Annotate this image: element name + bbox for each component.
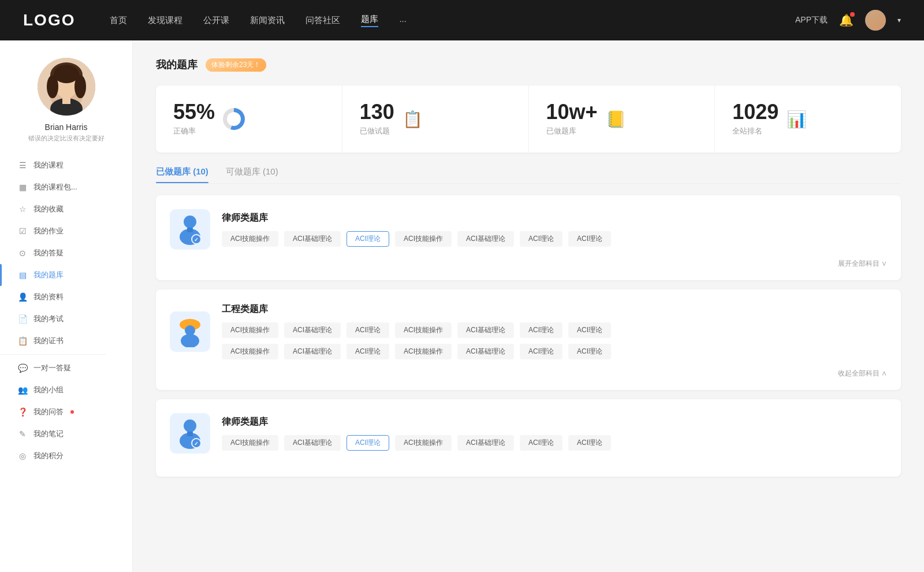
bank-title-lawyer1: 律师类题库 <box>222 212 887 224</box>
sidebar-item-group[interactable]: 👥 我的小组 <box>0 379 132 401</box>
trial-badge: 体验剩余23天！ <box>206 58 266 72</box>
notes-icon: ✎ <box>17 429 28 439</box>
stats-row: 55% 正确率 130 已做试题 📋 10w+ 已做题库 📒 <box>156 86 901 153</box>
file-icon: 📄 <box>17 314 28 324</box>
lawyer2-icon-wrap: ✓ <box>170 413 210 454</box>
sidebar: Brian Harris 错误的决定比没有决定要好 ☰ 我的课程 ▦ 我的课程包… <box>0 40 133 572</box>
svg-point-18 <box>184 419 196 432</box>
sidebar-item-one-on-one[interactable]: 💬 一对一答疑 <box>0 357 132 379</box>
expand-link-lawyer1[interactable]: 展开全部科目 ∨ <box>170 259 887 269</box>
tag-item[interactable]: ACI理论 <box>568 322 611 338</box>
tag-item[interactable]: ACI技能操作 <box>222 322 278 338</box>
svg-rect-20 <box>187 432 193 436</box>
collapse-link-engineer[interactable]: 收起全部科目 ∧ <box>170 369 887 378</box>
app-download-link[interactable]: APP下载 <box>795 15 828 25</box>
stat-accuracy: 55% 正确率 <box>156 86 342 153</box>
tag-item[interactable]: ACI理论 <box>520 344 562 359</box>
svg-point-6 <box>54 65 79 83</box>
tag-item[interactable]: ACI技能操作 <box>395 435 452 451</box>
tag-item[interactable]: ACI基础理论 <box>284 231 341 247</box>
sidebar-item-questions[interactable]: ⊙ 我的答疑 <box>0 242 132 264</box>
chevron-down-icon[interactable]: ▾ <box>897 16 901 24</box>
sidebar-item-exam[interactable]: 📄 我的考试 <box>0 308 132 330</box>
tag-item[interactable]: ACI基础理论 <box>284 435 341 451</box>
tab-available-banks[interactable]: 可做题库 (10) <box>226 166 278 183</box>
nav-item-home[interactable]: 首页 <box>110 15 127 26</box>
tag-item[interactable]: ACI理论 <box>520 322 562 338</box>
tag-item-active[interactable]: ACI理论 <box>346 435 389 451</box>
avatar[interactable] <box>865 10 886 31</box>
sidebar-label-courses: 我的课程 <box>33 160 64 170</box>
logo: LOGO <box>23 11 75 29</box>
sidebar-item-profile[interactable]: 👤 我的资料 <box>0 286 132 308</box>
tag-item[interactable]: ACI理论 <box>346 322 389 338</box>
tag-item[interactable]: ACI理论 <box>346 344 389 359</box>
user-icon: 👤 <box>17 292 28 302</box>
tag-item[interactable]: ACI技能操作 <box>395 231 452 247</box>
nav-item-bank[interactable]: 题库 <box>361 14 378 27</box>
nav-item-more[interactable]: ··· <box>399 16 407 25</box>
stat-done-banks-label: 已做题库 <box>546 126 598 136</box>
tag-item[interactable]: ACI技能操作 <box>395 344 452 359</box>
engineer-icon-wrap <box>170 311 210 352</box>
tag-item[interactable]: ACI基础理论 <box>457 435 514 451</box>
sidebar-item-favorites[interactable]: ☆ 我的收藏 <box>0 198 132 220</box>
tag-item[interactable]: ACI技能操作 <box>395 322 452 338</box>
qa-icon: ❓ <box>17 407 28 417</box>
sidebar-item-course-packs[interactable]: ▦ 我的课程包... <box>0 176 132 198</box>
sidebar-item-courses[interactable]: ☰ 我的课程 <box>0 154 132 176</box>
bank-tags-engineer-row1: ACI技能操作 ACI基础理论 ACI理论 ACI技能操作 ACI基础理论 AC… <box>222 322 887 338</box>
tag-item[interactable]: ACI基础理论 <box>284 344 341 359</box>
sidebar-item-certificate[interactable]: 📋 我的证书 <box>0 330 132 352</box>
cert-icon: 📋 <box>17 336 28 346</box>
page-title: 我的题库 <box>156 58 198 72</box>
tag-item[interactable]: ACI基础理论 <box>284 322 341 338</box>
tag-item[interactable]: ACI理论 <box>520 435 562 451</box>
tag-item[interactable]: ACI理论 <box>568 231 611 247</box>
nav-item-open-course[interactable]: 公开课 <box>203 15 229 26</box>
tag-item[interactable]: ACI理论 <box>568 435 611 451</box>
tag-item[interactable]: ACI技能操作 <box>222 344 278 359</box>
user-avatar[interactable] <box>38 58 95 116</box>
tag-item[interactable]: ACI基础理论 <box>457 231 514 247</box>
sidebar-label-one-on-one: 一对一答疑 <box>33 363 71 373</box>
tag-item[interactable]: ACI基础理论 <box>457 344 514 359</box>
bank-header-lawyer2: ✓ 律师类题库 ACI技能操作 ACI基础理论 ACI理论 ACI技能操作 AC… <box>170 413 887 454</box>
nav-item-news[interactable]: 新闻资讯 <box>250 15 285 26</box>
bank-tags-lawyer2: ACI技能操作 ACI基础理论 ACI理论 ACI技能操作 ACI基础理论 AC… <box>222 435 887 451</box>
chat-icon: 💬 <box>17 363 28 373</box>
bank-section-lawyer2: ✓ 律师类题库 ACI技能操作 ACI基础理论 ACI理论 ACI技能操作 AC… <box>156 399 901 477</box>
nav-item-qa[interactable]: 问答社区 <box>305 15 340 26</box>
sidebar-item-points[interactable]: ◎ 我的积分 <box>0 445 132 467</box>
tag-item[interactable]: ACI技能操作 <box>222 231 278 247</box>
user-name: Brian Harris <box>45 122 88 132</box>
nav-item-discover[interactable]: 发现课程 <box>148 15 182 26</box>
tag-item[interactable]: ACI基础理论 <box>457 322 514 338</box>
sidebar-label-questions: 我的答疑 <box>33 248 64 258</box>
tag-item[interactable]: ACI理论 <box>520 231 562 247</box>
notification-bell[interactable]: 🔔 <box>839 13 854 27</box>
bank-header-lawyer1: ✓ 律师类题库 ACI技能操作 ACI基础理论 ACI理论 ACI技能操作 AC… <box>170 209 887 250</box>
document-icon: ☰ <box>17 161 28 170</box>
notification-dot <box>850 12 855 17</box>
questions-icon: 📋 <box>403 110 423 129</box>
sidebar-label-favorites: 我的收藏 <box>33 204 64 214</box>
main-wrapper: Brian Harris 错误的决定比没有决定要好 ☰ 我的课程 ▦ 我的课程包… <box>0 0 924 572</box>
bank-tags-engineer-row2: ACI技能操作 ACI基础理论 ACI理论 ACI技能操作 ACI基础理论 AC… <box>222 344 887 359</box>
tag-item-active[interactable]: ACI理论 <box>346 231 389 247</box>
bank-header-engineer: 工程类题库 ACI技能操作 ACI基础理论 ACI理论 ACI技能操作 ACI基… <box>170 303 887 359</box>
sidebar-label-points: 我的积分 <box>33 451 64 461</box>
sidebar-item-notes[interactable]: ✎ 我的笔记 <box>0 423 132 445</box>
bank-tags-lawyer1: ACI技能操作 ACI基础理论 ACI理论 ACI技能操作 ACI基础理论 AC… <box>222 231 887 247</box>
stat-done-questions: 130 已做试题 📋 <box>342 86 529 153</box>
tag-item[interactable]: ACI理论 <box>568 344 611 359</box>
navbar-right: APP下载 🔔 ▾ <box>795 10 901 31</box>
nav-menu: 首页 发现课程 公开课 新闻资讯 问答社区 题库 ··· <box>110 14 795 27</box>
star-icon: ☆ <box>17 205 28 214</box>
sidebar-item-homework[interactable]: ☑ 我的作业 <box>0 220 132 242</box>
tab-done-banks[interactable]: 已做题库 (10) <box>156 166 208 183</box>
bank-icon: ▤ <box>17 270 28 280</box>
tag-item[interactable]: ACI技能操作 <box>222 435 278 451</box>
sidebar-item-bank[interactable]: ▤ 我的题库 <box>0 264 132 286</box>
sidebar-item-my-qa[interactable]: ❓ 我的问答 <box>0 401 132 423</box>
